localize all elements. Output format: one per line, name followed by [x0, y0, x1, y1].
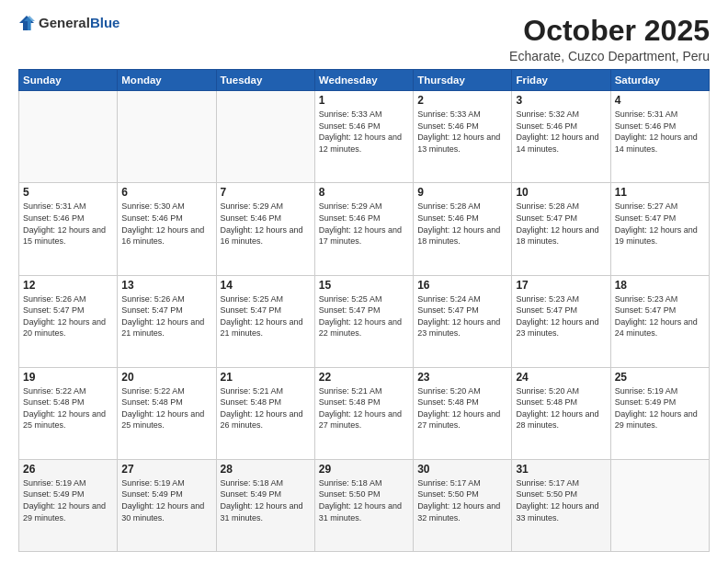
- day-detail: Sunrise: 5:17 AM Sunset: 5:50 PM Dayligh…: [417, 477, 507, 523]
- day-number: 13: [121, 279, 211, 292]
- day-detail: Sunrise: 5:21 AM Sunset: 5:48 PM Dayligh…: [221, 385, 311, 431]
- day-number: 1: [319, 94, 409, 107]
- calendar-cell: 5Sunrise: 5:31 AM Sunset: 5:46 PM Daylig…: [19, 183, 118, 275]
- calendar-cell: 16Sunrise: 5:24 AM Sunset: 5:47 PM Dayli…: [414, 275, 512, 367]
- calendar-cell: 28Sunrise: 5:18 AM Sunset: 5:49 PM Dayli…: [216, 459, 314, 551]
- calendar-cell: 26Sunrise: 5:19 AM Sunset: 5:49 PM Dayli…: [19, 459, 118, 551]
- calendar-table: SundayMondayTuesdayWednesdayThursdayFrid…: [18, 69, 710, 552]
- day-detail: Sunrise: 5:26 AM Sunset: 5:47 PM Dayligh…: [121, 293, 211, 339]
- calendar-cell: 15Sunrise: 5:25 AM Sunset: 5:47 PM Dayli…: [314, 275, 413, 367]
- day-number: 27: [121, 463, 211, 476]
- calendar-cell: 18Sunrise: 5:23 AM Sunset: 5:47 PM Dayli…: [610, 275, 709, 367]
- calendar-cell: 25Sunrise: 5:19 AM Sunset: 5:49 PM Dayli…: [610, 367, 709, 459]
- day-detail: Sunrise: 5:20 AM Sunset: 5:48 PM Dayligh…: [417, 385, 507, 431]
- day-detail: Sunrise: 5:22 AM Sunset: 5:48 PM Dayligh…: [121, 385, 211, 431]
- calendar-cell: 7Sunrise: 5:29 AM Sunset: 5:46 PM Daylig…: [216, 183, 314, 275]
- weekday-header-row: SundayMondayTuesdayWednesdayThursdayFrid…: [19, 70, 710, 91]
- day-number: 25: [615, 371, 705, 384]
- calendar-cell: 3Sunrise: 5:32 AM Sunset: 5:46 PM Daylig…: [512, 91, 610, 183]
- svg-marker-0: [19, 16, 34, 30]
- day-detail: Sunrise: 5:25 AM Sunset: 5:47 PM Dayligh…: [221, 293, 311, 339]
- day-number: 11: [615, 186, 705, 199]
- calendar-cell: 22Sunrise: 5:21 AM Sunset: 5:48 PM Dayli…: [314, 367, 413, 459]
- calendar-cell: 9Sunrise: 5:28 AM Sunset: 5:46 PM Daylig…: [414, 183, 512, 275]
- calendar-cell: 13Sunrise: 5:26 AM Sunset: 5:47 PM Dayli…: [118, 275, 216, 367]
- day-detail: Sunrise: 5:31 AM Sunset: 5:46 PM Dayligh…: [23, 201, 113, 247]
- day-number: 3: [516, 94, 606, 107]
- weekday-thursday: Thursday: [414, 70, 512, 91]
- day-detail: Sunrise: 5:18 AM Sunset: 5:50 PM Dayligh…: [319, 477, 409, 523]
- day-number: 6: [121, 186, 211, 199]
- calendar-week-1: 5Sunrise: 5:31 AM Sunset: 5:46 PM Daylig…: [19, 183, 710, 275]
- day-detail: Sunrise: 5:19 AM Sunset: 5:49 PM Dayligh…: [23, 477, 113, 523]
- weekday-tuesday: Tuesday: [216, 70, 314, 91]
- calendar-cell: 4Sunrise: 5:31 AM Sunset: 5:46 PM Daylig…: [610, 91, 709, 183]
- calendar-cell: [216, 91, 314, 183]
- day-detail: Sunrise: 5:17 AM Sunset: 5:50 PM Dayligh…: [516, 477, 606, 523]
- day-number: 23: [417, 371, 507, 384]
- day-number: 12: [23, 279, 113, 292]
- calendar-cell: 29Sunrise: 5:18 AM Sunset: 5:50 PM Dayli…: [314, 459, 413, 551]
- logo: GeneralBlue: [18, 15, 119, 31]
- weekday-sunday: Sunday: [19, 70, 118, 91]
- calendar-cell: [118, 91, 216, 183]
- calendar-cell: 20Sunrise: 5:22 AM Sunset: 5:48 PM Dayli…: [118, 367, 216, 459]
- day-detail: Sunrise: 5:22 AM Sunset: 5:48 PM Dayligh…: [23, 385, 113, 431]
- calendar-week-0: 1Sunrise: 5:33 AM Sunset: 5:46 PM Daylig…: [19, 91, 710, 183]
- day-detail: Sunrise: 5:27 AM Sunset: 5:47 PM Dayligh…: [615, 201, 705, 247]
- day-detail: Sunrise: 5:23 AM Sunset: 5:47 PM Dayligh…: [516, 293, 606, 339]
- day-number: 20: [121, 371, 211, 384]
- calendar-cell: 21Sunrise: 5:21 AM Sunset: 5:48 PM Dayli…: [216, 367, 314, 459]
- calendar-cell: 6Sunrise: 5:30 AM Sunset: 5:46 PM Daylig…: [118, 183, 216, 275]
- location-title: Echarate, Cuzco Department, Peru: [509, 49, 710, 63]
- weekday-wednesday: Wednesday: [314, 70, 413, 91]
- day-detail: Sunrise: 5:28 AM Sunset: 5:47 PM Dayligh…: [516, 201, 606, 247]
- day-number: 2: [417, 94, 507, 107]
- calendar-cell: 10Sunrise: 5:28 AM Sunset: 5:47 PM Dayli…: [512, 183, 610, 275]
- day-number: 16: [417, 279, 507, 292]
- calendar-cell: [610, 459, 709, 551]
- day-number: 22: [319, 371, 409, 384]
- day-number: 15: [319, 279, 409, 292]
- day-detail: Sunrise: 5:29 AM Sunset: 5:46 PM Dayligh…: [319, 201, 409, 247]
- day-number: 14: [221, 279, 311, 292]
- calendar-cell: [19, 91, 118, 183]
- day-number: 7: [221, 186, 311, 199]
- day-detail: Sunrise: 5:21 AM Sunset: 5:48 PM Dayligh…: [319, 385, 409, 431]
- logo-icon: [18, 15, 35, 31]
- day-number: 19: [23, 371, 113, 384]
- day-detail: Sunrise: 5:19 AM Sunset: 5:49 PM Dayligh…: [615, 385, 705, 431]
- day-number: 9: [417, 186, 507, 199]
- day-detail: Sunrise: 5:25 AM Sunset: 5:47 PM Dayligh…: [319, 293, 409, 339]
- page: GeneralBlue October 2025 Echarate, Cuzco…: [0, 0, 728, 563]
- calendar-cell: 12Sunrise: 5:26 AM Sunset: 5:47 PM Dayli…: [19, 275, 118, 367]
- day-number: 5: [23, 186, 113, 199]
- day-number: 29: [319, 463, 409, 476]
- day-detail: Sunrise: 5:32 AM Sunset: 5:46 PM Dayligh…: [516, 109, 606, 155]
- calendar-cell: 19Sunrise: 5:22 AM Sunset: 5:48 PM Dayli…: [19, 367, 118, 459]
- weekday-monday: Monday: [118, 70, 216, 91]
- day-number: 24: [516, 371, 606, 384]
- day-detail: Sunrise: 5:20 AM Sunset: 5:48 PM Dayligh…: [516, 385, 606, 431]
- title-block: October 2025 Echarate, Cuzco Department,…: [509, 15, 710, 63]
- calendar-cell: 14Sunrise: 5:25 AM Sunset: 5:47 PM Dayli…: [216, 275, 314, 367]
- day-number: 26: [23, 463, 113, 476]
- day-detail: Sunrise: 5:19 AM Sunset: 5:49 PM Dayligh…: [121, 477, 211, 523]
- calendar-cell: 17Sunrise: 5:23 AM Sunset: 5:47 PM Dayli…: [512, 275, 610, 367]
- logo-general: GeneralBlue: [39, 15, 119, 31]
- day-detail: Sunrise: 5:33 AM Sunset: 5:46 PM Dayligh…: [319, 109, 409, 155]
- calendar-week-2: 12Sunrise: 5:26 AM Sunset: 5:47 PM Dayli…: [19, 275, 710, 367]
- day-number: 30: [417, 463, 507, 476]
- month-title: October 2025: [509, 15, 710, 47]
- day-detail: Sunrise: 5:30 AM Sunset: 5:46 PM Dayligh…: [121, 201, 211, 247]
- day-number: 8: [319, 186, 409, 199]
- calendar-cell: 2Sunrise: 5:33 AM Sunset: 5:46 PM Daylig…: [414, 91, 512, 183]
- day-number: 28: [221, 463, 311, 476]
- day-number: 4: [615, 94, 705, 107]
- calendar-cell: 24Sunrise: 5:20 AM Sunset: 5:48 PM Dayli…: [512, 367, 610, 459]
- day-number: 10: [516, 186, 606, 199]
- calendar-week-3: 19Sunrise: 5:22 AM Sunset: 5:48 PM Dayli…: [19, 367, 710, 459]
- day-detail: Sunrise: 5:28 AM Sunset: 5:46 PM Dayligh…: [417, 201, 507, 247]
- calendar-cell: 1Sunrise: 5:33 AM Sunset: 5:46 PM Daylig…: [314, 91, 413, 183]
- header: GeneralBlue October 2025 Echarate, Cuzco…: [18, 15, 710, 63]
